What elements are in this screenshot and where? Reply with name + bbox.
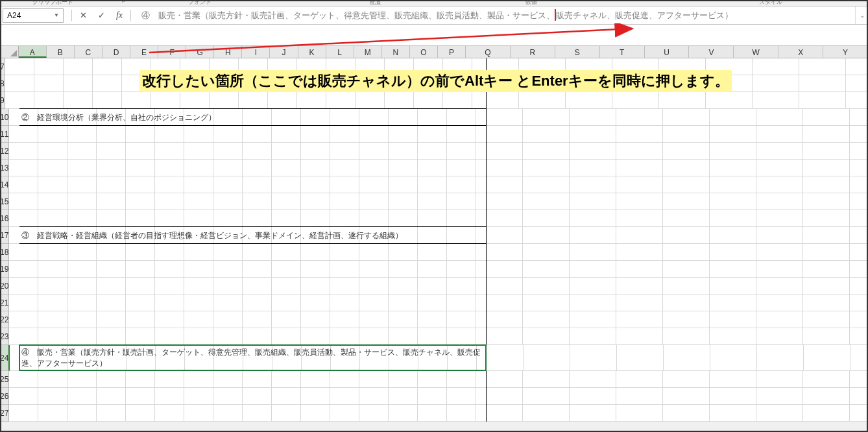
cell[interactable] (213, 371, 243, 387)
cell[interactable] (126, 261, 155, 277)
cell[interactable] (447, 227, 476, 243)
cell[interactable] (272, 294, 301, 311)
cells[interactable] (9, 193, 868, 210)
col-header-V[interactable]: V (689, 46, 734, 58)
cell[interactable] (664, 345, 710, 370)
cell[interactable] (213, 261, 243, 277)
cell[interactable] (126, 311, 155, 328)
cell[interactable] (756, 294, 803, 311)
cell[interactable] (799, 75, 846, 91)
cell[interactable] (616, 193, 663, 210)
row-header[interactable]: 13 (0, 160, 9, 176)
cell[interactable] (447, 244, 476, 260)
cell[interactable] (155, 371, 184, 387)
cell[interactable] (757, 345, 804, 370)
cell[interactable] (389, 210, 418, 226)
cell[interactable] (756, 160, 803, 176)
cell[interactable] (663, 371, 710, 387)
cell[interactable] (9, 405, 38, 421)
cell[interactable] (184, 388, 213, 404)
cell[interactable] (570, 143, 616, 159)
cell[interactable] (803, 176, 850, 193)
cell[interactable] (155, 244, 184, 260)
cell[interactable] (850, 176, 868, 193)
formula-bar[interactable]: ④ 販売・営業（販売方針・販売計画、ターゲット、得意先管理、販売組織、販売員活動… (136, 6, 855, 24)
cell[interactable] (523, 371, 570, 387)
cell[interactable] (447, 294, 476, 311)
cell[interactable] (756, 193, 803, 210)
cell[interactable] (476, 143, 523, 159)
cell[interactable] (663, 244, 710, 260)
cell[interactable] (846, 92, 868, 108)
cell[interactable] (476, 278, 523, 294)
cell[interactable] (359, 311, 389, 328)
cell[interactable] (272, 176, 301, 193)
cell[interactable] (9, 109, 38, 125)
cell[interactable] (272, 126, 301, 142)
cell[interactable] (756, 109, 803, 125)
formula-expand-icon[interactable]: ⌄ (855, 6, 868, 24)
cell[interactable] (389, 143, 418, 159)
cell[interactable] (359, 405, 389, 421)
row-header[interactable]: 8 (0, 75, 5, 92)
cell[interactable] (243, 176, 272, 193)
cell[interactable] (5, 92, 34, 108)
cell[interactable] (418, 210, 447, 226)
cell[interactable] (359, 244, 389, 260)
cell[interactable] (301, 311, 330, 328)
cell[interactable] (476, 109, 523, 125)
row-header[interactable]: 9 (0, 92, 5, 109)
cell[interactable] (213, 311, 243, 328)
cell[interactable] (803, 126, 850, 142)
cells[interactable] (9, 227, 868, 244)
cell[interactable] (297, 92, 326, 108)
cell[interactable] (9, 210, 38, 226)
cell[interactable] (418, 244, 447, 260)
cell[interactable] (389, 261, 418, 277)
cell[interactable] (753, 58, 799, 75)
row-header[interactable]: 14 (0, 176, 9, 193)
cell[interactable] (570, 176, 616, 193)
cell[interactable] (155, 405, 184, 421)
col-header-Y[interactable]: Y (823, 46, 868, 58)
cells[interactable] (9, 210, 868, 227)
cell[interactable] (850, 261, 868, 277)
cell[interactable] (301, 371, 330, 387)
cell[interactable] (710, 244, 756, 260)
cell[interactable] (389, 311, 418, 328)
cell[interactable] (803, 210, 850, 226)
cell[interactable] (359, 388, 389, 404)
col-header-W[interactable]: W (734, 46, 778, 58)
row-header[interactable]: 25 (0, 371, 9, 388)
cell[interactable] (64, 92, 93, 108)
cell[interactable] (710, 388, 756, 404)
cell[interactable] (359, 210, 389, 226)
cell[interactable] (570, 160, 616, 176)
cell[interactable] (706, 92, 753, 108)
cell[interactable] (67, 160, 97, 176)
cell[interactable] (38, 210, 67, 226)
cell[interactable] (126, 328, 155, 344)
cell[interactable] (710, 176, 756, 193)
cell[interactable] (5, 58, 34, 75)
cell[interactable] (447, 126, 476, 142)
cell[interactable] (659, 92, 706, 108)
cell[interactable] (523, 261, 570, 277)
cell[interactable] (710, 126, 756, 142)
cell[interactable] (243, 405, 272, 421)
cell[interactable] (301, 176, 330, 193)
cell[interactable] (476, 328, 523, 344)
cell[interactable] (301, 126, 330, 142)
cell[interactable] (184, 210, 213, 226)
cell[interactable] (850, 405, 868, 421)
cell[interactable] (97, 193, 126, 210)
cell[interactable] (803, 405, 850, 421)
cells[interactable] (9, 126, 868, 143)
cells[interactable] (9, 405, 868, 422)
cell[interactable] (67, 210, 97, 226)
cell[interactable] (213, 388, 243, 404)
cell[interactable] (359, 371, 389, 387)
cells[interactable] (9, 278, 868, 294)
cell[interactable] (850, 210, 868, 226)
cell[interactable] (756, 126, 803, 142)
